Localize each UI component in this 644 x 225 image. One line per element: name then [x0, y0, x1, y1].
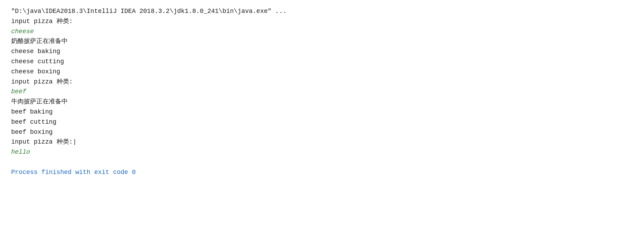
line-beef-boxing: beef boxing	[11, 127, 633, 137]
line-cheese-input: cheese	[11, 27, 633, 37]
line-process-finished: Process finished with exit code 0	[11, 167, 633, 177]
line-beef-input: beef	[11, 87, 633, 97]
line-cheese-cutting: cheese cutting	[11, 57, 633, 67]
line-input-pizza-2: input pizza 种类:	[11, 77, 633, 87]
console-output: "D:\java\IDEA2018.3\IntelliJ IDEA 2018.3…	[7, 3, 637, 180]
line-input-pizza-1: input pizza 种类:	[11, 16, 633, 27]
line-hello-input: hello	[11, 147, 633, 157]
line-beef-cutting: beef cutting	[11, 117, 633, 127]
line-cheese-boxing: cheese boxing	[11, 67, 633, 77]
line-cheese-baking: cheese baking	[11, 46, 633, 57]
console-empty-line	[11, 157, 633, 167]
line-cheese-preparing: 奶酪披萨正在准备中	[11, 36, 633, 46]
line-input-pizza-3: input pizza 种类:|	[11, 137, 633, 147]
line-beef-preparing: 牛肉披萨正在准备中	[11, 97, 633, 107]
line-beef-baking: beef baking	[11, 107, 633, 117]
line-java-cmd: "D:\java\IDEA2018.3\IntelliJ IDEA 2018.3…	[11, 6, 633, 16]
